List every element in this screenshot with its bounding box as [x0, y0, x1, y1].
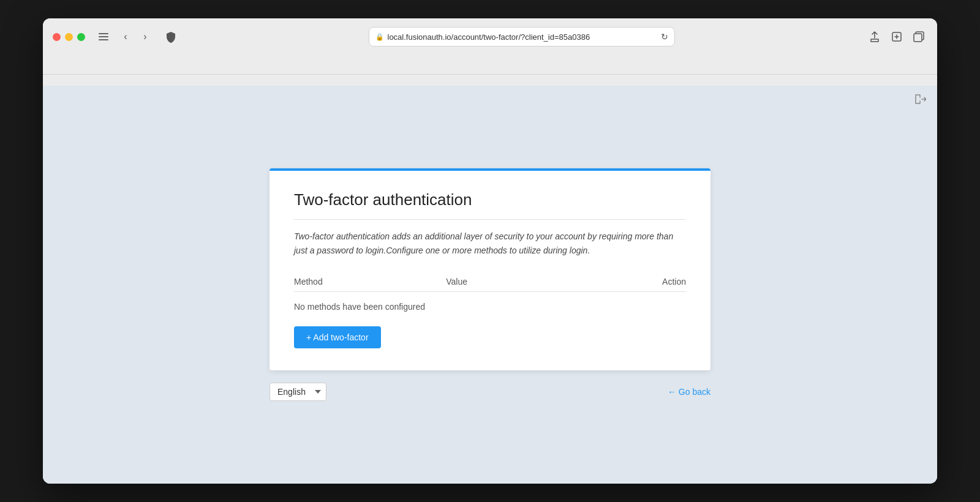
browser-chrome: ‹ › 🔒 local.fusionauth.io/account/two-fa… — [43, 18, 937, 86]
two-factor-card: Two-factor authentication Two-factor aut… — [270, 168, 710, 370]
browser-titlebar: ‹ › 🔒 local.fusionauth.io/account/two-fa… — [43, 18, 937, 53]
tabs-button[interactable] — [910, 28, 927, 45]
empty-message: No methods have been configured — [294, 291, 686, 321]
share-button[interactable] — [866, 28, 883, 45]
sidebar-toggle-button[interactable] — [97, 32, 110, 42]
card-body: Two-factor authentication Two-factor aut… — [270, 171, 710, 370]
close-button[interactable] — [53, 33, 61, 41]
browser-window: ‹ › 🔒 local.fusionauth.io/account/two-fa… — [43, 18, 937, 484]
svg-rect-3 — [914, 34, 922, 42]
page-top-bar — [903, 86, 937, 113]
nav-buttons: ‹ › — [117, 28, 154, 45]
minimize-button[interactable] — [65, 33, 73, 41]
extension-icon[interactable] — [165, 31, 177, 43]
card-title: Two-factor authentication — [294, 190, 686, 220]
address-bar-container: 🔒 local.fusionauth.io/account/two-factor… — [184, 27, 859, 47]
table-empty-row: No methods have been configured — [294, 291, 686, 321]
traffic-lights — [53, 33, 85, 41]
logout-button[interactable] — [913, 92, 927, 107]
lock-icon: 🔒 — [375, 33, 384, 41]
language-selector-wrapper[interactable]: English Spanish French German — [270, 383, 326, 401]
action-column-header: Action — [559, 272, 686, 292]
browser-actions — [866, 28, 927, 45]
add-two-factor-button[interactable]: + Add two-factor — [294, 326, 381, 348]
methods-table: Method Value Action No methods have been… — [294, 272, 686, 321]
bottom-bar: English Spanish French German ← Go back — [270, 383, 710, 401]
method-column-header: Method — [294, 272, 446, 292]
address-bar[interactable]: 🔒 local.fusionauth.io/account/two-factor… — [369, 27, 675, 47]
language-select[interactable]: English Spanish French German — [270, 383, 326, 401]
maximize-button[interactable] — [77, 33, 85, 41]
card-description: Two-factor authentication adds an additi… — [294, 230, 686, 257]
value-column-header: Value — [446, 272, 559, 292]
go-back-link[interactable]: ← Go back — [668, 387, 710, 397]
shield-browser-icon — [165, 31, 177, 43]
forward-button[interactable]: › — [137, 28, 154, 45]
page-content: Two-factor authentication Two-factor aut… — [43, 86, 937, 484]
browser-tabs — [43, 53, 937, 75]
reload-button[interactable]: ↻ — [661, 32, 668, 42]
new-tab-button[interactable] — [888, 28, 905, 45]
back-button[interactable]: ‹ — [117, 28, 134, 45]
url-text: local.fusionauth.io/account/two-factor/?… — [388, 32, 657, 42]
